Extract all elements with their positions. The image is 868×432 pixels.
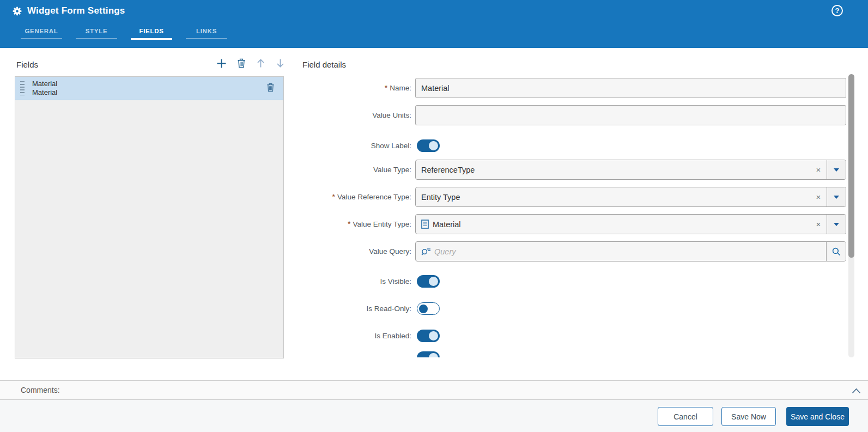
is-enabled-toggle[interactable] (417, 330, 440, 342)
clear-icon[interactable]: × (810, 160, 827, 179)
move-up-button[interactable] (255, 57, 266, 69)
value-entity-type-combobox[interactable]: Material × (415, 214, 846, 234)
toggle-knob (429, 141, 438, 150)
value-type-label: Value Type: (294, 160, 411, 180)
toggle-knob (429, 353, 438, 357)
value-query-box (415, 241, 846, 261)
chevron-up-icon[interactable] (852, 386, 861, 396)
value-reference-type-combobox[interactable]: Entity Type × (415, 187, 846, 207)
is-enabled-label: Is Enabled: (294, 330, 411, 342)
value-units-input[interactable] (415, 105, 846, 125)
clear-icon[interactable]: × (810, 215, 827, 234)
tab-general[interactable]: GENERAL (21, 23, 62, 39)
chevron-down-icon (834, 223, 839, 226)
move-down-button[interactable] (275, 57, 286, 69)
drag-handle-icon[interactable] (20, 81, 25, 95)
toggle-knob (419, 305, 428, 313)
trash-icon (237, 58, 246, 68)
title-row: Widget Form Settings (12, 5, 125, 16)
value-entity-type-label: *Value Entity Type: (294, 214, 411, 234)
plus-icon (216, 58, 227, 69)
comments-bar[interactable]: Comments: (0, 380, 868, 400)
tab-label: FIELDS (139, 28, 163, 34)
combobox-value: Material (433, 220, 461, 229)
comments-label: Comments: (21, 381, 60, 399)
chevron-down-icon (834, 168, 839, 172)
search-icon (831, 247, 841, 257)
clear-icon[interactable]: × (810, 187, 827, 206)
tab-bar: GENERAL STYLE FIELDS LINKS (21, 23, 227, 40)
tab-label: LINKS (196, 28, 217, 34)
save-and-close-button[interactable]: Save and Close (786, 407, 849, 426)
tab-label: GENERAL (25, 28, 58, 34)
fields-list-toolbar (216, 57, 286, 69)
name-input[interactable] (415, 78, 846, 98)
required-asterisk: * (385, 83, 387, 92)
combobox-value: ReferenceType (416, 160, 810, 179)
combobox-value: Entity Type (416, 187, 810, 206)
tab-style[interactable]: STYLE (76, 23, 117, 39)
widget-form-settings-dialog: Widget Form Settings GENERAL STYLE FIELD… (0, 0, 868, 432)
dialog-header: Widget Form Settings GENERAL STYLE FIELD… (0, 0, 868, 48)
value-type-combobox[interactable]: ReferenceType × (415, 160, 846, 180)
entity-type-icon (421, 220, 429, 229)
add-field-button[interactable] (216, 57, 227, 69)
is-read-only-label: Is Read-Only: (294, 302, 411, 315)
query-filter-icon (416, 242, 431, 261)
fields-list: Material Material (15, 76, 284, 358)
chevron-down-icon (834, 196, 839, 199)
show-label-label: Show Label: (294, 139, 411, 152)
dropdown-arrow-button[interactable] (827, 215, 846, 234)
arrow-down-icon (276, 58, 284, 68)
is-visible-label: Is Visible: (294, 275, 411, 288)
field-item-text: Material Material (32, 80, 57, 97)
is-read-only-toggle[interactable] (417, 302, 440, 315)
item-delete-button[interactable] (266, 83, 275, 94)
value-units-label: Value Units: (294, 105, 411, 125)
field-item-line2: Material (32, 88, 57, 97)
partially-visible-toggle[interactable] (417, 351, 440, 357)
search-button[interactable] (826, 242, 846, 261)
value-query-label: Value Query: (294, 241, 411, 261)
toggle-knob (429, 277, 438, 286)
tab-links[interactable]: LINKS (186, 23, 227, 39)
gear-icon (12, 6, 22, 16)
footer-bar: Cancel Save Now Save and Close (0, 400, 868, 432)
field-details-title: Field details (302, 60, 346, 69)
save-now-button[interactable]: Save Now (721, 407, 776, 426)
value-reference-type-label: *Value Reference Type: (294, 187, 411, 207)
show-label-toggle[interactable] (417, 139, 440, 152)
vertical-scrollbar-thumb[interactable] (848, 74, 854, 258)
help-icon[interactable]: ? (831, 5, 843, 16)
name-label: *Name: (294, 78, 411, 98)
required-asterisk: * (348, 220, 350, 228)
trash-icon (266, 83, 275, 92)
required-asterisk: * (332, 192, 335, 201)
dropdown-arrow-button[interactable] (827, 187, 846, 206)
is-visible-toggle[interactable] (417, 275, 440, 288)
field-item-line1: Material (32, 80, 57, 88)
dialog-title: Widget Form Settings (27, 5, 125, 16)
value-query-input[interactable] (431, 242, 826, 261)
help-glyph: ? (835, 7, 840, 15)
delete-field-button[interactable] (235, 57, 247, 69)
field-list-item-selected[interactable]: Material Material (15, 77, 283, 100)
fields-panel-title: Fields (16, 60, 38, 69)
tab-fields[interactable]: FIELDS (131, 23, 172, 40)
arrow-up-icon (257, 58, 265, 68)
cancel-button[interactable]: Cancel (658, 407, 713, 426)
field-details-form: *Name: Value Units: Show Label: Value Ty… (294, 71, 848, 357)
dropdown-arrow-button[interactable] (827, 160, 846, 179)
toggle-knob (429, 331, 438, 340)
tab-label: STYLE (86, 28, 108, 34)
